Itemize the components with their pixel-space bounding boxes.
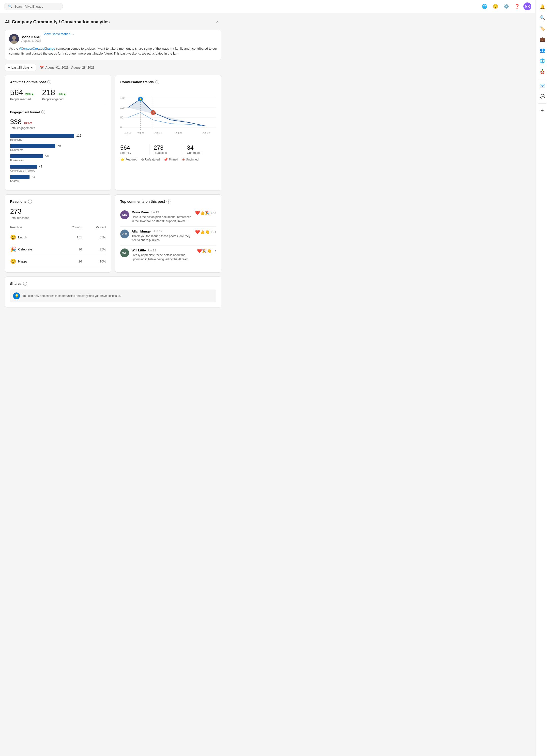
people-engaged-metric: 218 +6%▲ People engaged [42,88,66,101]
legend-pinned: 📌 Pinned [163,158,178,161]
globe-icon[interactable]: 🌐 [537,56,547,66]
reactions-stat: 273 Reactions [150,144,183,155]
comment-body: Will Little Jun 19 I really appreciate t… [132,248,194,262]
chat-icon[interactable]: 💬 [537,92,547,102]
reactions-card: Reactions i 273 Total reactions Reaction… [5,194,111,273]
shares-card: Shares i 💡 You can only see shares in co… [5,276,221,307]
svg-text:Aug 22: Aug 22 [175,131,182,134]
author-avatar [9,34,19,44]
unpinned-icon: ⊗ [182,158,185,161]
search-icon[interactable]: 🔍 [537,13,547,23]
date-range-text: August 01, 2023 - August 28, 2023 [45,66,94,69]
pinned-label: Pinned [169,158,178,161]
reactions-label: Total reactions [10,216,106,220]
reactions-info-icon[interactable]: i [28,200,32,204]
post-hashtag[interactable]: #ContosoCreatesChange [19,47,55,50]
bar-row: 34 Shares [10,175,106,182]
comment-date: Jun 19 [150,211,159,214]
comments-label: Comments [187,151,212,155]
featured-label: Featured [125,158,137,161]
period-filter-button[interactable]: ≡ Last 28 days ▾ [5,64,36,71]
outlook-icon[interactable]: 📧 [537,81,547,91]
reaction-row: 😊 Happy 26 10% [10,255,106,267]
bar-label: Shares [10,179,106,182]
close-button[interactable]: × [213,18,221,26]
svg-text:50: 50 [120,116,123,119]
search-input[interactable] [14,5,59,8]
puppet-icon[interactable]: 🪆 [537,67,547,77]
calendar-icon: 📅 [40,66,44,69]
search-box[interactable]: 🔍 [4,3,63,10]
info-bulb-icon: 💡 [13,292,20,299]
svg-marker-11 [128,99,206,126]
help-topbar-icon[interactable]: ❓ [513,2,521,11]
activities-info-icon[interactable]: i [47,80,51,84]
settings-topbar-icon[interactable]: ⚙️ [502,2,511,11]
bar-row: 112 Reactions [10,134,106,141]
svg-text:Aug 01: Aug 01 [124,131,131,134]
trends-info-icon[interactable]: i [155,80,159,84]
comment-reaction-emojis: ❤️👍👏 [195,230,210,234]
bar-fill [10,165,37,169]
top-comments-info-icon[interactable]: i [166,200,170,204]
shares-info-text: You can only see shares in communities a… [22,294,121,298]
people-icon[interactable]: 👥 [537,45,547,55]
notifications-icon[interactable]: 🔔 [537,2,547,12]
svg-text:Aug 08: Aug 08 [137,131,144,134]
trends-card: Conversation trends i 0 50 100 [115,75,221,190]
reaction-percent: 55% [82,235,106,239]
filter-bar: ≡ Last 28 days ▾ 📅 August 01, 2023 - Aug… [5,64,221,71]
svg-text:0: 0 [120,126,122,129]
seen-by-value: 564 [120,144,146,151]
col-percent-header: Percent [82,226,106,229]
briefcase-icon[interactable]: 💼 [537,34,547,44]
bar-container: 47 [10,165,106,169]
reaction-name: 😄 Laugh [10,234,58,240]
people-reached-label: People reached [10,98,34,101]
chart-bottom-stats: 564 Seen by 273 Reactions 34 Comments [120,141,216,155]
bar-label: Comments [10,148,106,151]
comment-author: Allan Munger [132,230,152,233]
view-conversation-link[interactable]: View Conversation → [44,32,74,36]
reaction-label: Laugh [18,235,27,239]
post-author: Mona Kane August 1, 2023 View Conversati… [9,34,217,44]
engagement-funnel-title: Engagement funnel i [10,110,106,114]
bar-label: Bookmarks [10,159,106,162]
funnel-info-icon[interactable]: i [41,110,45,114]
svg-text:×: × [152,111,154,114]
bar-value: 47 [39,165,42,168]
reactions-value: 273 [154,144,179,151]
user-avatar[interactable]: MK [523,2,531,10]
second-row-grid: Reactions i 273 Total reactions Reaction… [5,194,221,273]
comment-author-line: Allan Munger Jun 19 [132,230,192,233]
comment-avatar: MK [120,210,129,219]
trends-chart: 0 50 100 150 [120,88,216,137]
sidebar-divider-2 [538,103,546,104]
globe-topbar-icon[interactable]: 🌐 [480,2,489,11]
featured-icon: ⭐ [120,158,124,161]
comments-list: MK Mona Kane Jun 19 Here is the action p… [120,207,216,264]
post-content: As the #ContosoCreatesChange campaign co… [9,46,217,56]
bar-container: 112 [10,134,106,138]
add-icon[interactable]: + [537,106,547,116]
comment-reactions: ❤️👍👏 121 [195,230,216,234]
section-divider [10,106,106,106]
bar-row: 79 Comments [10,144,106,151]
comment-reaction-emojis: ❤️👍🎉 [195,210,210,215]
bar-fill [10,154,43,158]
author-name: Mona Kane [21,35,41,39]
emoji-topbar-icon[interactable]: 😊 [491,2,500,11]
unpinned-label: Unpinned [186,158,198,161]
comment-text: I really appreciate these details about … [132,253,194,262]
comment-body: Mona Kane Jun 19 Here is the action plan… [132,210,192,223]
reaction-percent: 10% [82,260,106,263]
comment-reaction-count: 121 [211,230,216,234]
author-info: Mona Kane August 1, 2023 [21,35,41,43]
reaction-row: 🎉 Celebrate 96 35% [10,243,106,255]
shares-info-icon[interactable]: i [23,282,27,286]
reaction-count: 26 [58,260,82,263]
people-reached-metric: 564 20%▲ People reached [10,88,34,101]
tag-icon[interactable]: 🏷️ [537,24,547,33]
post-text-before: As the [9,47,19,50]
filter-icon: ≡ [8,66,10,69]
